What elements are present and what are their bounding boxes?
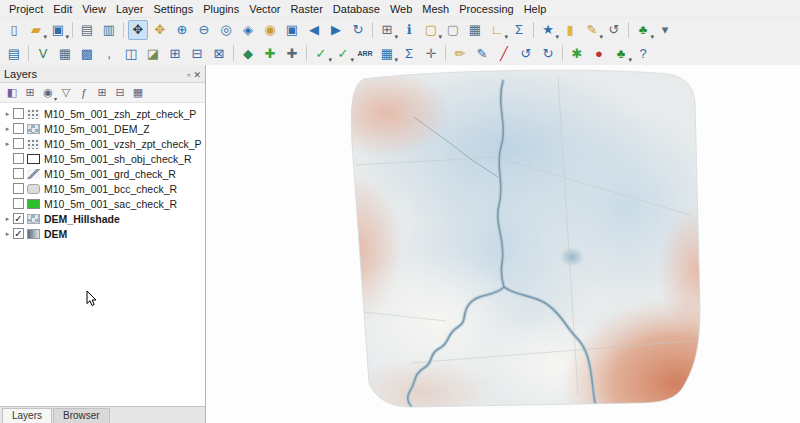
web[interactable]: Web xyxy=(385,2,417,16)
pan-map[interactable]: ✥ xyxy=(128,20,148,40)
collapse-all[interactable]: ⊟ xyxy=(111,85,129,101)
vegetation-tool[interactable]: ♣ ▾ xyxy=(633,20,653,40)
add-group[interactable]: ⊞ xyxy=(21,85,39,101)
map-tips[interactable]: ▮ xyxy=(560,20,580,40)
layer-row[interactable]: M10_5m_001_sac_check_R xyxy=(0,196,205,211)
measure[interactable]: ∟ ▾ xyxy=(487,20,507,40)
new-shapefile-layer[interactable]: ✚ xyxy=(260,43,280,63)
zoom-native[interactable]: ◎ xyxy=(216,20,236,40)
undo[interactable]: ↺ xyxy=(516,43,536,63)
add-wms-layer[interactable]: ⊞ xyxy=(165,43,185,63)
dropdown-arrow-icon[interactable]: ▾ xyxy=(438,33,442,41)
dropdown-arrow-icon[interactable]: ▾ xyxy=(555,33,559,41)
annotations[interactable]: ✎ ▾ xyxy=(582,20,602,40)
layer-row[interactable]: M10_5m_001_bcc_check_R xyxy=(0,181,205,196)
layer-row[interactable]: M10_5m_001_grd_check_R xyxy=(0,166,205,181)
zoom-full[interactable]: ◈ xyxy=(238,20,258,40)
add-mesh-layer[interactable]: ▩ xyxy=(77,43,97,63)
processing-history[interactable]: ↺ xyxy=(604,20,624,40)
add-spatialite-layer[interactable]: ◪ xyxy=(143,43,163,63)
dropdown-arrow-icon[interactable]: ▾ xyxy=(394,33,398,41)
expand-arrow-icon[interactable]: ▸ xyxy=(3,110,12,118)
open-layer-styling[interactable]: ◧ xyxy=(3,85,21,101)
view[interactable]: View xyxy=(77,2,111,16)
save-layer-edits[interactable]: ✎ xyxy=(472,43,492,63)
vector[interactable]: Vector xyxy=(244,2,285,16)
layer[interactable]: Layer xyxy=(111,2,149,16)
layer-visibility-checkbox[interactable] xyxy=(13,183,24,194)
layers[interactable]: Layers xyxy=(2,408,52,423)
refresh-map[interactable]: ↻ xyxy=(348,20,368,40)
layer-visibility-checkbox[interactable] xyxy=(13,168,24,179)
zoom-next[interactable]: ▶ xyxy=(326,20,346,40)
browser[interactable]: Browser xyxy=(53,408,110,423)
layer-row[interactable]: ▸ M10_5m_001_vzsh_zpt_check_P xyxy=(0,136,205,151)
new-geopackage-layer[interactable]: ◆ xyxy=(238,43,258,63)
vertex-tool[interactable]: ╱ xyxy=(494,43,514,63)
settings[interactable]: Settings xyxy=(148,2,198,16)
layer-visibility-checkbox[interactable] xyxy=(13,138,24,149)
filter-by-expression[interactable]: ƒ xyxy=(75,85,93,101)
open-project[interactable]: ▰ ▾ xyxy=(26,20,46,40)
toggle-editing[interactable]: ✏ xyxy=(450,43,470,63)
close-panel-button[interactable]: ✕ xyxy=(193,70,201,80)
add-postgis-layer[interactable]: ◫ xyxy=(121,43,141,63)
add-wfs-layer[interactable]: ⊟ xyxy=(187,43,207,63)
dropdown-arrow-icon[interactable]: ▾ xyxy=(43,33,47,41)
dropdown-arrow-icon[interactable]: ▾ xyxy=(65,33,69,41)
new-temporary-scratch-layer[interactable]: ✚ xyxy=(282,43,302,63)
dropdown-arrow-icon[interactable]: ▾ xyxy=(394,56,398,64)
save-project[interactable]: ▣ ▾ xyxy=(48,20,68,40)
plugin-help[interactable]: ? xyxy=(633,43,653,63)
plugin-manager[interactable]: ✱ xyxy=(567,43,587,63)
help[interactable]: Help xyxy=(519,2,552,16)
check-topology[interactable]: ✓ ▾ xyxy=(333,43,353,63)
add-delimited-text-layer[interactable]: , xyxy=(99,43,119,63)
raster[interactable]: Raster xyxy=(285,2,327,16)
layer-visibility-checkbox[interactable] xyxy=(13,228,24,239)
new-map-view[interactable]: ⊞ ▾ xyxy=(377,20,397,40)
redo[interactable]: ↻ xyxy=(538,43,558,63)
dropdown-arrow-icon[interactable]: ▾ xyxy=(350,56,354,64)
remove-layer-group[interactable]: ▦ xyxy=(129,85,147,101)
expand-arrow-icon[interactable]: ▸ xyxy=(3,125,12,133)
layer-row[interactable]: ▸ M10_5m_001_DEM_Z xyxy=(0,121,205,136)
layer-row[interactable]: M10_5m_001_sh_obj_check_R xyxy=(0,151,205,166)
osm-tools[interactable]: ♣ ▾ xyxy=(611,43,631,63)
zoom-in[interactable]: ⊕ xyxy=(172,20,192,40)
toolbar-overflow[interactable]: ▾ xyxy=(655,20,675,40)
add-xyz-layer[interactable]: ⊠ xyxy=(209,43,229,63)
mesh[interactable]: Mesh xyxy=(417,2,454,16)
project[interactable]: Project xyxy=(4,2,48,16)
layer-visibility-checkbox[interactable] xyxy=(13,213,24,224)
grid-tools[interactable]: ▦ ▾ xyxy=(377,43,397,63)
select-features[interactable]: ▢ ▾ xyxy=(421,20,441,40)
new-project[interactable]: ▯ xyxy=(4,20,24,40)
bookmarks[interactable]: ★ ▾ xyxy=(538,20,558,40)
arr-plugin[interactable]: ARR xyxy=(355,43,375,63)
raster-calculator[interactable]: Σ xyxy=(399,43,419,63)
layer-row[interactable]: ▸ DEM xyxy=(0,226,205,241)
layer-visibility-checkbox[interactable] xyxy=(13,153,24,164)
float-panel-button[interactable]: ▫ xyxy=(187,70,190,80)
dropdown-arrow-icon[interactable]: ▾ xyxy=(504,33,508,41)
zoom-last[interactable]: ◀ xyxy=(304,20,324,40)
expand-all[interactable]: ⊞ xyxy=(93,85,111,101)
layer-visibility-checkbox[interactable] xyxy=(13,108,24,119)
add-vector-layer[interactable]: V xyxy=(33,43,53,63)
dropdown-arrow-icon[interactable]: ▾ xyxy=(628,56,632,64)
processing[interactable]: Processing xyxy=(454,2,518,16)
zoom-to-layer[interactable]: ▣ xyxy=(282,20,302,40)
check-geometries[interactable]: ✓ ▾ xyxy=(311,43,331,63)
layout-manager[interactable]: ▥ xyxy=(99,20,119,40)
zoom-to-selection[interactable]: ◉ xyxy=(260,20,280,40)
new-print-layout[interactable]: ▤ xyxy=(77,20,97,40)
statistical-summary[interactable]: Σ xyxy=(509,20,529,40)
expand-arrow-icon[interactable]: ▸ xyxy=(3,230,12,238)
layer-row[interactable]: ▸ M10_5m_001_zsh_zpt_check_P xyxy=(0,106,205,121)
filter-legend[interactable]: ▽ xyxy=(57,85,75,101)
database[interactable]: Database xyxy=(328,2,385,16)
georeferencer[interactable]: ✛ xyxy=(421,43,441,63)
expand-arrow-icon[interactable]: ▸ xyxy=(3,215,12,223)
map-canvas[interactable] xyxy=(206,65,800,423)
